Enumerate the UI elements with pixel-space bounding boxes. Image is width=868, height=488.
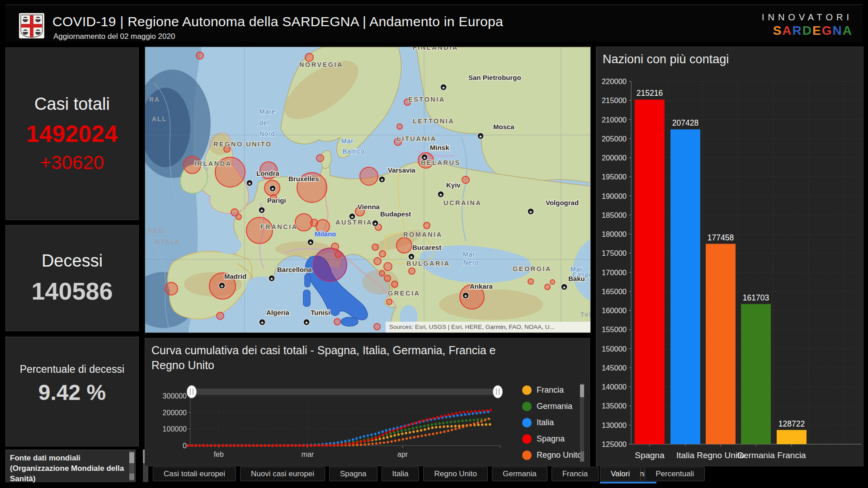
line-chart-legend: FranciaGermaniaItaliaSpagnaRegno Unito <box>522 382 579 463</box>
city-label: Baku <box>568 275 585 282</box>
bar-value-label: 207428 <box>672 118 698 127</box>
tab-active-underline <box>329 482 377 483</box>
tab-casi-totali-europei[interactable]: Casi totali europei <box>153 467 236 483</box>
legend-dot <box>522 418 532 427</box>
y-tick-label: 205000 <box>602 135 627 143</box>
city-label: Minsk <box>430 144 449 151</box>
page-title: COVID-19 | Regione Autonoma della SARDEG… <box>52 14 503 29</box>
tab-regno-unito[interactable]: Regno Unito <box>423 467 488 483</box>
brand-letter: E <box>812 23 822 38</box>
source-scrollbar[interactable] <box>129 451 134 481</box>
sea-label: Nero <box>463 259 479 266</box>
brand-letter: S <box>773 23 783 38</box>
scrollbar-thumb[interactable] <box>580 385 584 397</box>
case-bubble <box>379 271 385 276</box>
country-label: AUSTRIA <box>335 219 373 226</box>
case-bubble <box>246 217 273 244</box>
country-label: BELARUS <box>421 159 461 166</box>
tab-spagna[interactable]: Spagna <box>329 467 377 483</box>
tab-label[interactable]: Casi totali europei <box>153 467 236 481</box>
scrollbar-thumb[interactable] <box>129 452 134 463</box>
brand-letter: G <box>822 23 833 38</box>
legend-label: Francia <box>537 385 564 395</box>
svg-text:★: ★ <box>373 221 377 226</box>
legend-label: Italia <box>537 418 554 427</box>
svg-text:★: ★ <box>350 215 354 219</box>
data-source-note: Fonte dati mondiali (Organizzazione Mond… <box>5 450 136 482</box>
city-label: Madrid <box>224 272 246 280</box>
country-label: ROMANIA <box>403 231 443 238</box>
country-label: BULGARIA <box>406 260 450 267</box>
sea-label: Nord <box>259 130 275 137</box>
y-tick-label: 100000 <box>163 425 187 433</box>
time-slider-handle-left[interactable] <box>187 385 197 398</box>
case-bubble <box>360 167 378 185</box>
case-bubble <box>374 258 381 265</box>
legend-item-francia[interactable]: Francia <box>522 382 579 398</box>
tab-italia[interactable]: Italia <box>382 467 420 483</box>
legend-item-germania[interactable]: Germania <box>522 398 579 414</box>
tab-label[interactable]: Spagna <box>329 467 377 481</box>
tab-label[interactable]: Percentuali <box>645 467 705 481</box>
bar-germania <box>741 304 771 444</box>
legend-dot <box>522 434 532 444</box>
tab-active-underline <box>153 482 236 483</box>
case-bubble <box>392 281 398 287</box>
y-tick-label: 0 <box>183 442 187 450</box>
map-canvas[interactable]: MaredelNordMarBalticoMarNeroMarCaspioNOR… <box>145 47 590 333</box>
tab-label[interactable]: Francia <box>552 467 599 481</box>
country-label: GRECIA <box>388 290 420 297</box>
death-rate-panel: Percentuale di decessi 9.42 % <box>5 337 139 446</box>
legend-item-italia[interactable]: Italia <box>522 414 579 431</box>
case-bubble <box>217 312 224 319</box>
tab-francia[interactable]: Francia <box>552 467 599 483</box>
country-label: LETTONIA <box>413 117 454 125</box>
tab-germania[interactable]: Germania <box>492 467 547 483</box>
y-tick-label: 150000 <box>602 345 627 353</box>
x-tick-label: mar <box>302 450 314 458</box>
tab-label[interactable]: Valori <box>600 467 641 481</box>
x-tick-label: feb <box>214 450 224 458</box>
x-category-label: Francia <box>777 450 806 460</box>
legend-item-spagna[interactable]: Spagna <box>522 431 579 447</box>
city-label: Budapest <box>380 210 411 218</box>
y-tick-label: 175000 <box>602 249 627 257</box>
tab-label[interactable]: Italia <box>382 467 420 481</box>
tab-active-underline <box>423 482 488 483</box>
europe-map[interactable]: MaredelNordMarBalticoMarNeroMarCaspioNOR… <box>145 47 591 333</box>
case-bubble <box>331 243 339 250</box>
case-bubble <box>387 299 392 305</box>
brand-letter: R <box>793 23 802 38</box>
svg-text:★: ★ <box>464 294 467 298</box>
scrollbar-button[interactable] <box>129 474 134 480</box>
tab-label[interactable]: Regno Unito <box>423 467 488 481</box>
edge-label: ALL <box>152 115 167 122</box>
case-bubble <box>335 251 341 258</box>
tab-label[interactable]: Germania <box>492 467 547 481</box>
bar-value-label: 128722 <box>778 419 805 428</box>
legend-item-regno-unito[interactable]: Regno Unito <box>522 447 579 463</box>
brand-bottom-text: SARDEGNA <box>762 23 853 38</box>
case-bubble <box>528 279 533 284</box>
case-bubble <box>409 268 415 274</box>
deaths-label: Decessi <box>42 251 103 271</box>
tab-percentuali[interactable]: Percentuali <box>645 467 705 483</box>
sea-label: Mar <box>463 251 475 258</box>
time-slider-track[interactable] <box>190 389 498 395</box>
time-slider-handle-right[interactable] <box>493 385 503 398</box>
city-label: Kyiv <box>446 181 461 189</box>
country-label: LITUANIA <box>397 135 437 142</box>
scrollbar-button[interactable] <box>580 451 584 461</box>
tab-nuovi-casi-europei[interactable]: Nuovi casi europei <box>240 467 325 483</box>
sardegna-crest-logo <box>19 13 44 38</box>
tab-label[interactable]: Nuovi casi europei <box>240 467 325 481</box>
city-label: Barcellona <box>277 266 312 273</box>
city-label: Vienna <box>358 203 380 211</box>
series-spagna <box>188 410 491 446</box>
country-label: ESTONIA <box>408 96 445 103</box>
bar-spagna <box>635 99 665 444</box>
legend-scrollbar[interactable] <box>580 384 584 462</box>
deaths-value: 140586 <box>31 277 113 305</box>
tab-valori[interactable]: Valori <box>600 467 641 483</box>
cumulative-curve-panel: Curva cumulativa dei casi totali - Spagn… <box>145 338 590 466</box>
